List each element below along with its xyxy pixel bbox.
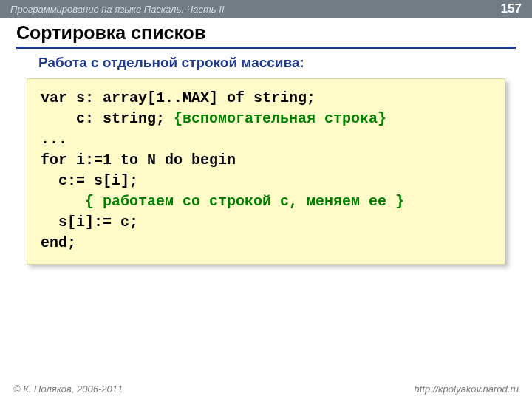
- code-block: var s: array[1..MAX] of string; c: strin…: [27, 78, 505, 265]
- code-comment: {вспомогательная строка}: [174, 110, 386, 127]
- code-line: for i:=1 to N do begin: [41, 151, 236, 168]
- title-block: Сортировка списков Работа с отдельной ст…: [0, 18, 532, 71]
- code-line: c:= s[i];: [41, 172, 138, 189]
- slide: Программирование на языке Паскаль. Часть…: [0, 0, 532, 399]
- page-subtitle: Работа с отдельной строкой массива:: [16, 49, 516, 71]
- code-line: ...: [41, 131, 67, 148]
- header-bar: Программирование на языке Паскаль. Часть…: [0, 0, 532, 18]
- code-line: s[i]:= c;: [41, 214, 138, 231]
- code-line: [41, 193, 85, 210]
- course-title: Программирование на языке Паскаль. Часть…: [10, 4, 225, 15]
- page-number: 157: [501, 1, 522, 16]
- code-block-container: var s: array[1..MAX] of string; c: strin…: [0, 71, 532, 265]
- code-line: var s: array[1..MAX] of string;: [41, 89, 316, 106]
- page-title: Сортировка списков: [16, 22, 516, 49]
- footer-url: http://kpolyakov.narod.ru: [415, 383, 519, 395]
- code-line: c: string;: [41, 110, 174, 127]
- footer: © К. Поляков, 2006-2011 http://kpolyakov…: [0, 383, 532, 395]
- copyright: © К. Поляков, 2006-2011: [13, 383, 123, 395]
- code-line: end;: [41, 234, 76, 251]
- code-comment: { работаем со строкой с, меняем ее }: [85, 193, 404, 210]
